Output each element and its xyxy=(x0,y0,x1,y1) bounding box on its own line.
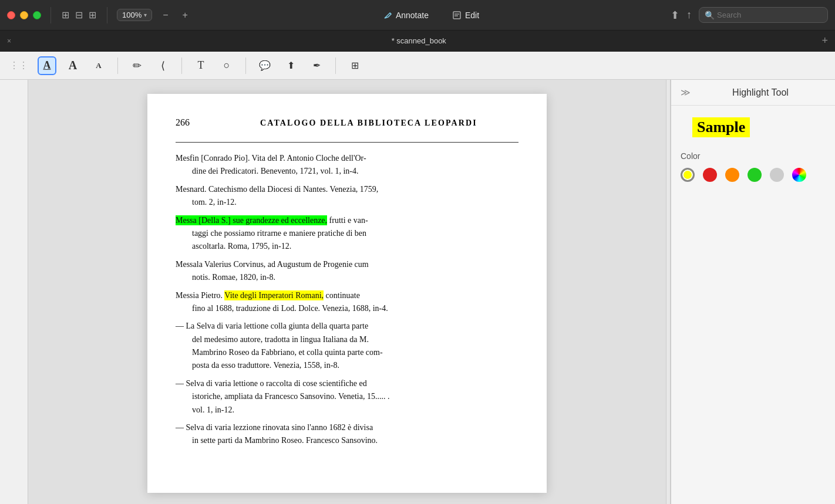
titlebar-divider xyxy=(50,7,51,23)
text-tool-button[interactable]: T xyxy=(191,56,210,75)
color-swatch-multi[interactable] xyxy=(792,168,806,182)
toolbar-divider1 xyxy=(117,57,118,74)
color-swatch-orange[interactable] xyxy=(725,168,739,182)
search-wrapper: 🔍 xyxy=(699,7,828,23)
titlebar-center: Annotate Edit xyxy=(198,8,664,22)
entry-text: ascoltarla. Roma, 1795, in-12. xyxy=(192,240,518,253)
panel-collapse-icon[interactable]: ≫ xyxy=(681,87,691,98)
export-icon[interactable]: ⬆ xyxy=(671,9,679,22)
titlebar-right: ⬆ ↑ 🔍 xyxy=(671,7,828,23)
left-sidebar xyxy=(0,80,28,504)
color-swatch-gray[interactable] xyxy=(770,168,784,182)
close-button[interactable] xyxy=(7,11,15,19)
zoom-control[interactable]: 100% ▾ xyxy=(117,9,152,21)
entry-text: del medesimo autore, tradotta in lingua … xyxy=(192,333,518,346)
color-swatches xyxy=(681,168,826,182)
entry-text: in sette parti da Mambrino Roseo. France… xyxy=(192,434,518,447)
edit-icon xyxy=(452,11,462,20)
toolbar-divider3 xyxy=(245,57,246,74)
document-area[interactable]: 266 CATALOGO DELLA BIBLIOTECA LEOPARDI M… xyxy=(28,80,666,504)
fullscreen-button[interactable] xyxy=(33,11,41,19)
comment-tool-button[interactable]: 💬 xyxy=(255,56,274,75)
page-header-row: 266 CATALOGO DELLA BIBLIOTECA LEOPARDI xyxy=(176,117,518,137)
text-small-tool-button[interactable]: A xyxy=(89,56,108,75)
tab-add-button[interactable]: + xyxy=(821,35,828,47)
edit-button[interactable]: Edit xyxy=(447,8,484,22)
signature-tool-button[interactable]: ✒ xyxy=(307,56,326,75)
entry-text: dine dei Predicatori. Benevento, 1721, v… xyxy=(192,165,518,178)
stamp-tool-button[interactable]: ⬆ xyxy=(281,56,300,75)
color-swatch-green[interactable] xyxy=(748,168,762,182)
entry-text: Mambrino Roseo da Fabbriano, et colla qu… xyxy=(192,346,518,359)
text-large-tool-button[interactable]: A xyxy=(63,56,82,75)
sample-preview: Sample xyxy=(681,117,826,149)
highlight-yellow-text: Vite degli Imperatori Romani, xyxy=(224,290,324,300)
minimize-button[interactable] xyxy=(20,11,28,19)
entry-text: taggi che possiamo ritrarne e maniere pr… xyxy=(192,227,518,240)
page-content: Mesfin [Conrado Pio]. Vita del P. Antoni… xyxy=(176,152,518,448)
right-panel-body: Sample Color xyxy=(671,106,835,194)
sample-label: Sample xyxy=(692,117,750,137)
annotate-label: Annotate xyxy=(396,11,429,20)
panel-resize-handle[interactable] xyxy=(666,80,671,504)
pen-tool-button[interactable]: ✏ xyxy=(127,56,146,75)
svg-rect-0 xyxy=(453,12,460,19)
entry-text: — Selva di varia lezzione rinovata sino … xyxy=(176,423,373,432)
entry-text: istoriche, ampliata da Francesco Sansovi… xyxy=(192,390,518,403)
edit-label: Edit xyxy=(465,11,479,20)
zoom-in-button[interactable]: + xyxy=(179,9,191,22)
share-icon[interactable]: ↑ xyxy=(686,9,692,21)
tab-title: * scanned_book xyxy=(16,36,821,45)
titlebar-divider2 xyxy=(107,7,107,23)
annotate-icon xyxy=(383,11,392,20)
color-label: Color xyxy=(681,151,826,161)
entry-text: Mesfin [Conrado Pio]. Vita del P. Antoni… xyxy=(176,154,366,163)
entry-text: Mesnard. Catechismo della Diocesi di Nan… xyxy=(176,185,378,194)
grid2-icon[interactable]: ⊟ xyxy=(74,8,84,22)
entry-text: tom. 2, in-12. xyxy=(192,196,518,209)
traffic-lights xyxy=(7,11,41,19)
text-select-tool-button[interactable]: A xyxy=(38,56,56,75)
zoom-out-button[interactable]: − xyxy=(159,9,171,22)
search-input[interactable] xyxy=(699,7,828,23)
highlight-green-text: Messa [Della S.] sue grandezze ed eccell… xyxy=(176,215,327,225)
right-panel-title: Highlight Tool xyxy=(695,87,826,98)
crop-tool-button[interactable]: ⊞ xyxy=(345,56,364,75)
tab-close-button[interactable]: × xyxy=(7,37,11,45)
view-icons: ⊞ ⊟ ⊞ xyxy=(60,8,97,22)
list-item: Messala Valerius Corvinus, ad Augustum d… xyxy=(176,258,518,285)
sidebar-toggle-icon[interactable]: ⊞ xyxy=(60,8,70,22)
list-item: — Selva di varia lettione o raccolta di … xyxy=(176,377,518,417)
list-item: Messia Pietro. Vite degli Imperatori Rom… xyxy=(176,289,518,316)
titlebar: ⊞ ⊟ ⊞ 100% ▾ − + Annotate Edit ⬆ ↑ xyxy=(0,0,835,31)
entry-text: vol. 1, in-12. xyxy=(192,404,518,417)
entry-text: posta da esso traduttore. Venezia, 1558,… xyxy=(192,359,518,372)
shape-tool-button[interactable]: ○ xyxy=(217,56,236,75)
page-divider xyxy=(176,142,518,143)
drag-handle-icon[interactable]: ⋮⋮ xyxy=(9,60,28,71)
toolbar-divider4 xyxy=(335,57,336,74)
chevron-down-icon: ▾ xyxy=(144,12,147,18)
entry-text: Messia Pietro. Vite degli Imperatori Rom… xyxy=(176,290,360,300)
search-icon: 🔍 xyxy=(705,11,715,20)
tabbar: × * scanned_book + xyxy=(0,31,835,52)
annotate-button[interactable]: Annotate xyxy=(378,8,433,22)
entry-text: — Selva di varia lettione o raccolta di … xyxy=(176,379,367,388)
toolbar-divider2 xyxy=(181,57,182,74)
entry-text: frutti e van- xyxy=(327,216,368,225)
entry-text: — La Selva di varia lettione colla giunt… xyxy=(176,322,368,330)
color-swatch-red[interactable] xyxy=(703,168,717,182)
toolbar: ⋮⋮ A A A ✏ ⟨ T ○ 💬 ⬆ ✒ ⊞ xyxy=(0,52,835,80)
document-page: 266 CATALOGO DELLA BIBLIOTECA LEOPARDI M… xyxy=(147,94,547,493)
main-content: 266 CATALOGO DELLA BIBLIOTECA LEOPARDI M… xyxy=(0,80,835,504)
list-item: Mesnard. Catechismo della Diocesi di Nan… xyxy=(176,183,518,209)
right-panel-header: ≫ Highlight Tool xyxy=(671,80,835,106)
color-swatch-yellow[interactable] xyxy=(681,168,695,182)
page-number: 266 xyxy=(176,117,190,128)
list-item: — La Selva di varia lettione colla giunt… xyxy=(176,320,518,373)
eraser-tool-button[interactable]: ⟨ xyxy=(153,56,172,75)
list-item: Mesfin [Conrado Pio]. Vita del P. Antoni… xyxy=(176,152,518,178)
zoom-value: 100% xyxy=(122,11,142,19)
grid4-icon[interactable]: ⊞ xyxy=(87,8,97,22)
list-item: — Selva di varia lezzione rinovata sino … xyxy=(176,421,518,448)
